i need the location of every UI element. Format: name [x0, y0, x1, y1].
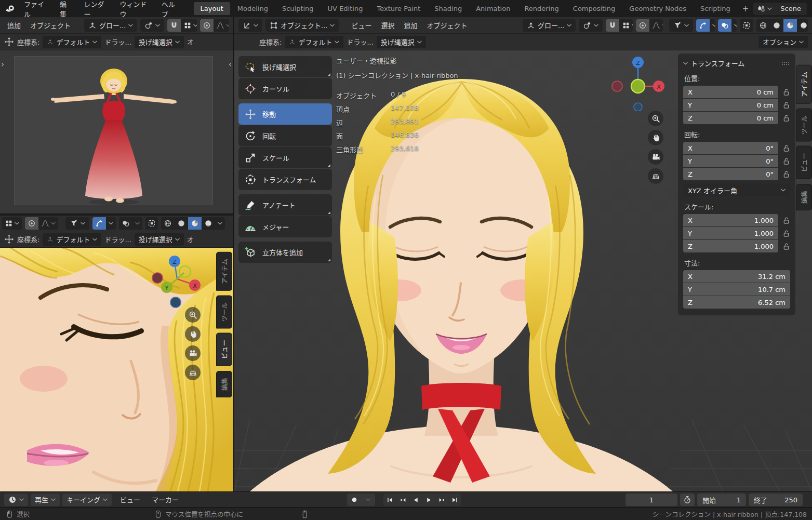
- use-preview-range-button[interactable]: [680, 494, 695, 506]
- location-y-field[interactable]: Y0 cm: [683, 99, 778, 111]
- zoom-button[interactable]: [648, 111, 663, 126]
- menu-object[interactable]: オブジェクト: [27, 18, 74, 32]
- tab-animation[interactable]: Animation: [469, 2, 517, 15]
- tab-modeling[interactable]: Modeling: [231, 2, 275, 15]
- overlays-toggle[interactable]: [119, 217, 132, 230]
- lock-open-icon[interactable]: [782, 243, 790, 250]
- tab-shading[interactable]: Shading: [428, 2, 469, 15]
- rotation-mode-dropdown[interactable]: XYZ オイラー角: [683, 184, 790, 196]
- menu-view[interactable]: ビュー: [348, 18, 375, 32]
- overlays-dropdown[interactable]: [132, 217, 142, 230]
- tool-annotate[interactable]: アノテート: [238, 194, 332, 216]
- perspective-toggle-button[interactable]: [185, 365, 201, 380]
- zoom-button[interactable]: [185, 307, 201, 323]
- navigation-gizmo[interactable]: Z X Y: [147, 252, 206, 312]
- tab-sculpting[interactable]: Sculpting: [275, 2, 321, 15]
- scale-y-field[interactable]: Y1.000: [683, 227, 778, 239]
- coord-system-dropdown[interactable]: デフォルト: [43, 36, 101, 48]
- tab-uv-editing[interactable]: UV Editing: [321, 2, 370, 15]
- tool-lasso-select[interactable]: 投げ縄選択: [238, 56, 332, 77]
- tab-geometry-nodes[interactable]: Geometry Nodes: [622, 2, 693, 15]
- axis-neg-x-ball[interactable]: [612, 81, 622, 91]
- coord-system-dropdown[interactable]: デフォルト: [285, 36, 343, 48]
- location-x-field[interactable]: X0 cm: [683, 86, 778, 98]
- overlays-dropdown[interactable]: [731, 19, 737, 32]
- snap-mode-dropdown[interactable]: [619, 19, 633, 32]
- orientation-dropdown[interactable]: グロー...: [84, 19, 137, 32]
- drag-handle-icon[interactable]: [781, 61, 790, 66]
- dimensions-z-field[interactable]: Z6.52 cm: [683, 296, 790, 309]
- viewport-3d-bottom-left[interactable]: 座標系: デフォルト ドラッ... 投げ縄選択 オ: [0, 216, 234, 491]
- pan-button[interactable]: [648, 130, 663, 145]
- camera-view-button[interactable]: [185, 345, 201, 361]
- tab-edit[interactable]: 編集: [216, 371, 232, 397]
- tab-edit[interactable]: 編集: [796, 184, 812, 210]
- overlays-toggle[interactable]: [718, 19, 731, 32]
- menu-select[interactable]: 選択: [378, 18, 397, 32]
- mode-dropdown[interactable]: オブジェクト...: [265, 19, 339, 32]
- tool-scale[interactable]: スケール: [238, 147, 332, 168]
- timeline-view-menu[interactable]: ビュー: [114, 495, 146, 504]
- shading-dropdown[interactable]: [215, 217, 225, 230]
- lock-open-icon[interactable]: [782, 88, 790, 96]
- menu-object[interactable]: オブジェクト: [423, 18, 470, 32]
- tab-tool[interactable]: ツール: [216, 296, 232, 329]
- falloff-dropdown[interactable]: [38, 217, 58, 230]
- tool-add-cube[interactable]: 立方体を追加: [238, 242, 332, 263]
- playback-menu[interactable]: 再生: [31, 494, 60, 506]
- scene-selector[interactable]: Scene: [753, 3, 807, 15]
- blender-logo-icon[interactable]: [5, 4, 16, 14]
- snap-toggle[interactable]: [606, 19, 619, 32]
- shading-wireframe[interactable]: [161, 217, 175, 230]
- pivot-dropdown[interactable]: [140, 19, 164, 32]
- expand-toolbar-arrow[interactable]: ›: [1, 61, 4, 69]
- tool-measure[interactable]: メジャー: [238, 216, 332, 237]
- xray-toggle[interactable]: [740, 19, 753, 32]
- viewport-3d-top-left[interactable]: › ‹: [0, 50, 234, 215]
- tab-view[interactable]: ビュー: [216, 333, 232, 366]
- navigation-gizmo[interactable]: Z X: [609, 54, 667, 111]
- axis-neg-z-ball[interactable]: [170, 297, 181, 308]
- tab-scripting[interactable]: Scripting: [694, 2, 737, 15]
- perspective-toggle-button[interactable]: [648, 168, 663, 184]
- filter-dropdown[interactable]: [669, 19, 693, 32]
- dimensions-x-field[interactable]: X31.2 cm: [683, 270, 790, 283]
- lock-open-icon[interactable]: [782, 170, 790, 178]
- proportional-edit-toggle[interactable]: [200, 19, 214, 32]
- coord-system-dropdown[interactable]: デフォルト: [43, 233, 101, 246]
- scene-name[interactable]: Scene: [776, 5, 807, 12]
- tab-view[interactable]: ビュー: [796, 146, 812, 179]
- next-keyframe-button[interactable]: [435, 494, 448, 506]
- pan-button[interactable]: [185, 326, 201, 342]
- jump-to-start-button[interactable]: [383, 494, 396, 506]
- tab-layout[interactable]: Layout: [194, 2, 230, 15]
- record-button[interactable]: [347, 494, 361, 506]
- tab-rendering[interactable]: Rendering: [517, 2, 565, 15]
- tool-cursor[interactable]: カーソル: [238, 78, 332, 99]
- shading-material[interactable]: [188, 217, 202, 230]
- tab-item[interactable]: アイテム: [216, 252, 232, 291]
- snap-toggle[interactable]: [167, 19, 181, 32]
- select-mode-dropdown[interactable]: 投げ縄選択: [377, 36, 426, 48]
- filter-dropdown[interactable]: [65, 217, 89, 230]
- rotation-z-field[interactable]: Z0°: [683, 168, 778, 180]
- pivot-dropdown[interactable]: [579, 19, 603, 32]
- editor-type-dropdown[interactable]: [238, 19, 262, 32]
- orientation-dropdown[interactable]: グロー...: [523, 19, 576, 32]
- gizmos-toggle[interactable]: [92, 217, 106, 230]
- panel-header[interactable]: トランスフォーム: [683, 58, 790, 68]
- gizmos-dropdown[interactable]: [106, 217, 116, 230]
- gizmos-dropdown[interactable]: [710, 19, 715, 32]
- gizmos-toggle[interactable]: [696, 19, 710, 32]
- snap-mode-dropdown[interactable]: [2, 217, 22, 230]
- shading-material[interactable]: [783, 19, 797, 32]
- viewport-3d-main[interactable]: 投げ縄選択 カーソル 移動 回転 スケール トランスフォーム: [234, 50, 812, 491]
- tool-transform[interactable]: トランスフォーム: [238, 169, 332, 190]
- play-button[interactable]: [422, 494, 435, 506]
- lock-open-icon[interactable]: [782, 114, 790, 122]
- camera-view-button[interactable]: [648, 149, 663, 165]
- axis-neg-y-ball[interactable]: [179, 266, 191, 277]
- timeline-marker-menu[interactable]: マーカー: [146, 495, 184, 504]
- frame-start-field[interactable]: 開始1: [697, 494, 746, 506]
- axis-y-ball[interactable]: [631, 79, 645, 93]
